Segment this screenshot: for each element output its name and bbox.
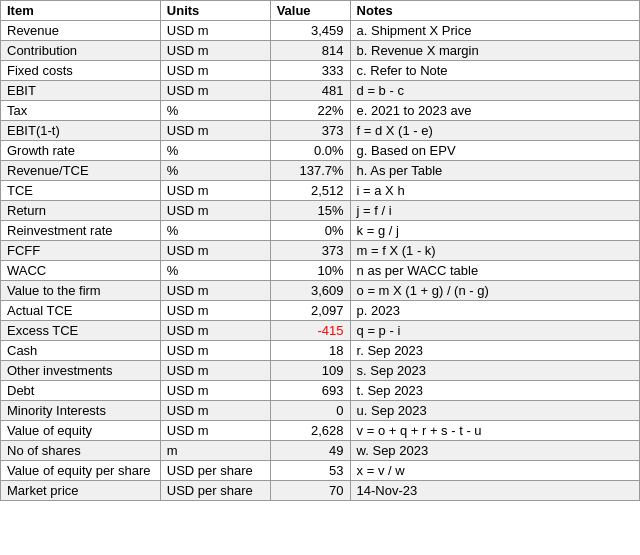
cell-units: USD m: [160, 121, 270, 141]
cell-item: Cash: [1, 341, 161, 361]
cell-value: 49: [270, 441, 350, 461]
cell-value: 3,609: [270, 281, 350, 301]
cell-value: 333: [270, 61, 350, 81]
cell-units: USD m: [160, 321, 270, 341]
cell-notes: o = m X (1 + g) / (n - g): [350, 281, 639, 301]
cell-units: USD per share: [160, 481, 270, 501]
cell-value: 109: [270, 361, 350, 381]
table-row: ContributionUSD m814b. Revenue X margin: [1, 41, 640, 61]
table-row: DebtUSD m693t. Sep 2023: [1, 381, 640, 401]
cell-value: 137.7%: [270, 161, 350, 181]
cell-notes: d = b - c: [350, 81, 639, 101]
cell-units: USD m: [160, 181, 270, 201]
cell-notes: b. Revenue X margin: [350, 41, 639, 61]
cell-notes: r. Sep 2023: [350, 341, 639, 361]
cell-units: %: [160, 161, 270, 181]
cell-value: 481: [270, 81, 350, 101]
cell-notes: c. Refer to Note: [350, 61, 639, 81]
cell-notes: v = o + q + r + s - t - u: [350, 421, 639, 441]
cell-value: 373: [270, 121, 350, 141]
cell-notes: x = v / w: [350, 461, 639, 481]
table-row: Revenue/TCE%137.7%h. As per Table: [1, 161, 640, 181]
table-row: Other investmentsUSD m109s. Sep 2023: [1, 361, 640, 381]
cell-item: Contribution: [1, 41, 161, 61]
table-row: Growth rate%0.0%g. Based on EPV: [1, 141, 640, 161]
cell-item: Other investments: [1, 361, 161, 381]
cell-notes: u. Sep 2023: [350, 401, 639, 421]
cell-units: USD m: [160, 241, 270, 261]
table-row: EBITUSD m481d = b - c: [1, 81, 640, 101]
cell-notes: h. As per Table: [350, 161, 639, 181]
header-value: Value: [270, 1, 350, 21]
table-row: Market priceUSD per share7014-Nov-23: [1, 481, 640, 501]
cell-item: Tax: [1, 101, 161, 121]
cell-item: Value to the firm: [1, 281, 161, 301]
cell-notes: q = p - i: [350, 321, 639, 341]
cell-units: %: [160, 261, 270, 281]
cell-value: 0: [270, 401, 350, 421]
cell-notes: k = g / j: [350, 221, 639, 241]
cell-item: Excess TCE: [1, 321, 161, 341]
header-notes: Notes: [350, 1, 639, 21]
table-row: RevenueUSD m3,459a. Shipment X Price: [1, 21, 640, 41]
financial-table: Item Units Value Notes RevenueUSD m3,459…: [0, 0, 640, 501]
cell-item: Value of equity per share: [1, 461, 161, 481]
cell-units: USD m: [160, 401, 270, 421]
cell-notes: g. Based on EPV: [350, 141, 639, 161]
cell-notes: p. 2023: [350, 301, 639, 321]
cell-value: 2,628: [270, 421, 350, 441]
cell-notes: f = d X (1 - e): [350, 121, 639, 141]
cell-value: 693: [270, 381, 350, 401]
cell-units: USD m: [160, 21, 270, 41]
cell-value: 0%: [270, 221, 350, 241]
cell-units: m: [160, 441, 270, 461]
table-row: Value of equity per shareUSD per share53…: [1, 461, 640, 481]
cell-item: Revenue/TCE: [1, 161, 161, 181]
table-row: Fixed costsUSD m333c. Refer to Note: [1, 61, 640, 81]
cell-units: %: [160, 221, 270, 241]
cell-item: FCFF: [1, 241, 161, 261]
header-units: Units: [160, 1, 270, 21]
cell-value: 0.0%: [270, 141, 350, 161]
table-row: Value to the firmUSD m3,609o = m X (1 + …: [1, 281, 640, 301]
table-row: WACC%10%n as per WACC table: [1, 261, 640, 281]
cell-notes: j = f / i: [350, 201, 639, 221]
cell-item: Revenue: [1, 21, 161, 41]
cell-units: USD m: [160, 421, 270, 441]
cell-value: 3,459: [270, 21, 350, 41]
cell-item: No of shares: [1, 441, 161, 461]
cell-units: USD m: [160, 301, 270, 321]
cell-value: 373: [270, 241, 350, 261]
table-row: Actual TCEUSD m2,097p. 2023: [1, 301, 640, 321]
cell-units: USD m: [160, 201, 270, 221]
cell-item: EBIT(1-t): [1, 121, 161, 141]
table-row: Excess TCEUSD m-415q = p - i: [1, 321, 640, 341]
cell-notes: w. Sep 2023: [350, 441, 639, 461]
cell-value: 53: [270, 461, 350, 481]
cell-item: Debt: [1, 381, 161, 401]
cell-notes: i = a X h: [350, 181, 639, 201]
cell-value: 18: [270, 341, 350, 361]
table-row: Tax%22%e. 2021 to 2023 ave: [1, 101, 640, 121]
cell-value: 2,512: [270, 181, 350, 201]
cell-item: Return: [1, 201, 161, 221]
cell-units: USD m: [160, 61, 270, 81]
cell-item: Growth rate: [1, 141, 161, 161]
cell-units: USD m: [160, 381, 270, 401]
cell-units: USD m: [160, 361, 270, 381]
cell-item: Fixed costs: [1, 61, 161, 81]
cell-units: %: [160, 101, 270, 121]
header-item: Item: [1, 1, 161, 21]
cell-value: 2,097: [270, 301, 350, 321]
cell-item: WACC: [1, 261, 161, 281]
cell-item: Actual TCE: [1, 301, 161, 321]
table-row: ReturnUSD m15%j = f / i: [1, 201, 640, 221]
table-header-row: Item Units Value Notes: [1, 1, 640, 21]
cell-units: USD m: [160, 281, 270, 301]
cell-units: %: [160, 141, 270, 161]
cell-units: USD m: [160, 341, 270, 361]
cell-value: 22%: [270, 101, 350, 121]
cell-value: -415: [270, 321, 350, 341]
cell-value: 70: [270, 481, 350, 501]
table-row: CashUSD m18r. Sep 2023: [1, 341, 640, 361]
